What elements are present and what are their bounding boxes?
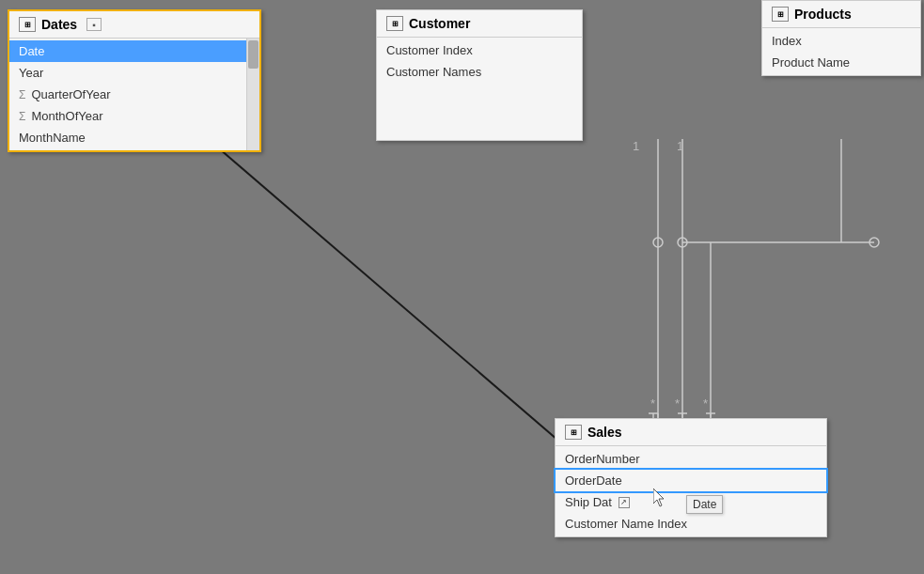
sales-table-body: OrderNumber OrderDate Ship Dat ↗ Custome… <box>556 446 826 536</box>
sales-table-title: Sales <box>587 425 622 440</box>
dates-row-monthofyear[interactable]: Σ MonthOfYear <box>9 105 259 127</box>
sales-shipdate-label: Ship Dat <box>565 495 612 509</box>
sales-table-header: ⊞ Sales <box>556 419 826 446</box>
rel-label-star-1: * <box>650 396 655 411</box>
dates-row-date[interactable]: Date <box>9 40 259 62</box>
table-icon-sales: ⊞ <box>565 425 582 440</box>
sales-customernameindex-label: Customer Name Index <box>565 517 687 531</box>
svg-point-11 <box>869 238 879 247</box>
customer-table-header: ⊞ Customer <box>377 10 582 38</box>
dates-monthofyear-label: MonthOfYear <box>31 109 102 123</box>
dates-scrollbar[interactable] <box>246 39 259 150</box>
sigma-icon-2: Σ <box>19 110 25 123</box>
dates-row-monthname[interactable]: MonthName <box>9 127 259 148</box>
products-table-title: Products <box>794 7 852 22</box>
products-index-label: Index <box>772 34 802 48</box>
customer-row-index[interactable]: Customer Index <box>377 39 582 61</box>
products-row-name[interactable]: Product Name <box>762 52 920 73</box>
dates-row-quarterofyear[interactable]: Σ QuarterOfYear <box>9 84 259 105</box>
sales-row-ordernumber[interactable]: OrderNumber <box>556 448 826 470</box>
table-icon-products: ⊞ <box>772 7 789 22</box>
products-table: ⊞ Products Index Product Name <box>761 0 921 76</box>
customer-index-label: Customer Index <box>386 43 473 57</box>
table-icon-dates: ⊞ <box>19 17 36 32</box>
dates-collapse-icon[interactable]: ▪ <box>86 18 102 31</box>
sales-row-shipdate[interactable]: Ship Dat ↗ <box>556 491 826 513</box>
svg-point-10 <box>678 238 687 247</box>
customer-row-names[interactable]: Customer Names <box>377 61 582 83</box>
sales-row-customernameindex[interactable]: Customer Name Index <box>556 513 826 535</box>
sales-row-orderdate[interactable]: OrderDate <box>556 470 826 491</box>
external-link-icon[interactable]: ↗ <box>619 497 630 508</box>
sigma-icon-1: Σ <box>19 88 25 101</box>
sales-table: ⊞ Sales OrderNumber OrderDate Ship Dat ↗… <box>555 418 827 537</box>
products-row-index[interactable]: Index <box>762 30 920 52</box>
customer-table: ⊞ Customer Customer Index Customer Names <box>376 9 583 141</box>
rel-label-1-top: 1 <box>633 139 639 153</box>
rel-label-star-3: * <box>703 396 708 411</box>
dates-scroll-thumb <box>248 40 258 69</box>
dates-table-body: Date Year Σ QuarterOfYear Σ MonthOfYear … <box>9 39 259 150</box>
dates-year-label: Year <box>19 66 43 80</box>
products-table-header: ⊞ Products <box>762 1 920 28</box>
dates-monthname-label: MonthName <box>19 131 86 145</box>
customer-names-label: Customer Names <box>386 65 481 79</box>
dates-table-header: ⊞ Dates ▪ <box>9 11 259 39</box>
rel-label-star-2: * <box>675 396 680 411</box>
dates-row-year[interactable]: Year <box>9 62 259 84</box>
products-table-body: Index Product Name <box>762 28 920 75</box>
dates-table-title: Dates <box>41 17 77 32</box>
customer-table-body: Customer Index Customer Names <box>377 38 582 85</box>
dates-quarterofyear-label: QuarterOfYear <box>31 87 110 101</box>
dates-table: ⊞ Dates ▪ Date Year Σ QuarterOfYear Σ Mo… <box>8 9 261 152</box>
table-icon-customer: ⊞ <box>386 16 403 31</box>
sales-ordernumber-label: OrderNumber <box>565 452 639 466</box>
products-name-label: Product Name <box>772 55 850 70</box>
sales-orderdate-label: OrderDate <box>565 473 622 488</box>
rel-label-1-bottom: 1 <box>677 139 683 153</box>
customer-table-title: Customer <box>409 16 470 31</box>
dates-date-label: Date <box>19 44 44 58</box>
svg-point-9 <box>653 238 663 247</box>
